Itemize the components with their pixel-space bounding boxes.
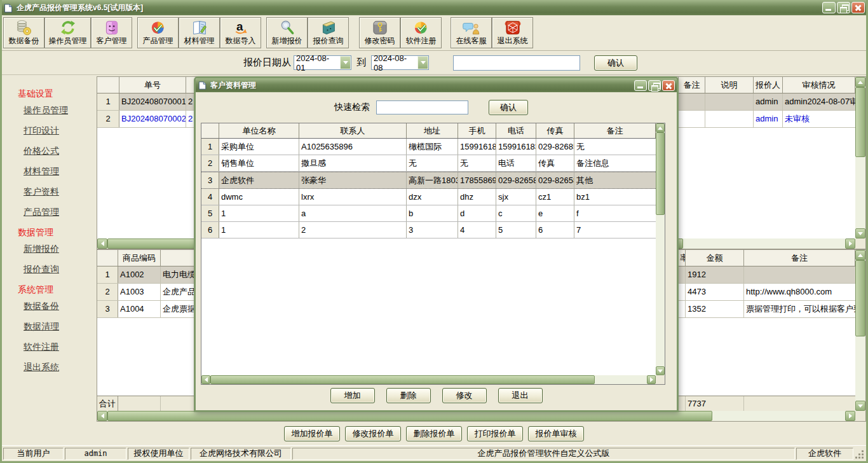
scroll-right-button[interactable] bbox=[845, 411, 855, 421]
filter-confirm-button[interactable]: 确认 bbox=[594, 55, 637, 71]
scroll-up-button[interactable] bbox=[656, 123, 665, 132]
scroll-up-button[interactable] bbox=[855, 77, 865, 87]
scroll-thumb[interactable] bbox=[210, 375, 595, 384]
operator-manage-button[interactable]: 操作员管理 bbox=[44, 17, 91, 48]
customer-row[interactable]: 6 1 2 3 4 5 6 7 bbox=[201, 222, 656, 238]
arrow-down-icon bbox=[658, 370, 663, 373]
customer-table: 单位名称 联系人 地址 手机 电话 传真 备注 1 采购单位 A10256358… bbox=[201, 123, 665, 385]
exit-system-button[interactable]: 退出系统 bbox=[492, 17, 533, 48]
sidebar-item-exit[interactable]: 退出系统 bbox=[24, 361, 97, 373]
sidebar-section-basic: 基础设置 bbox=[18, 88, 97, 99]
scroll-thumb[interactable] bbox=[855, 260, 865, 336]
date-to-combo[interactable]: 2024-08-08 bbox=[371, 55, 429, 70]
add-customer-button[interactable]: 增加 bbox=[330, 388, 375, 403]
edit-customer-button[interactable]: 修改 bbox=[442, 388, 487, 403]
status-user-label: 当前用户 bbox=[3, 448, 64, 460]
exit-dialog-button[interactable]: 退出 bbox=[498, 388, 543, 403]
scroll-right-button[interactable] bbox=[845, 238, 855, 249]
col-header-fax: 传真 bbox=[536, 123, 574, 138]
scroll-thumb[interactable] bbox=[656, 132, 665, 215]
app-icon bbox=[3, 3, 13, 13]
sidebar-item-price-formula[interactable]: 价格公式 bbox=[24, 145, 97, 156]
col-header-address: 地址 bbox=[407, 123, 458, 138]
quick-search-confirm-button[interactable]: 确认 bbox=[489, 100, 528, 115]
scroll-left-button[interactable] bbox=[97, 238, 107, 249]
scroll-right-button[interactable] bbox=[647, 375, 656, 384]
total-amount: 7737 bbox=[686, 396, 744, 411]
quick-search-label: 快速检索 bbox=[334, 102, 370, 113]
customer-horizontal-scrollbar[interactable] bbox=[201, 375, 656, 384]
product-manage-button[interactable]: 产品管理 bbox=[137, 17, 179, 48]
online-service-button[interactable]: 在线客服 bbox=[451, 17, 492, 48]
scroll-down-button[interactable] bbox=[656, 366, 665, 375]
resize-grip[interactable] bbox=[855, 448, 865, 460]
quote-query-button[interactable]: 报价查询 bbox=[308, 17, 349, 48]
customer-row[interactable]: 1 采购单位 A1025635896 橄榄国际 159916183 159916… bbox=[201, 139, 656, 155]
minimize-button[interactable] bbox=[822, 2, 836, 13]
delete-customer-button[interactable]: 删除 bbox=[386, 388, 431, 403]
material-book-icon bbox=[190, 20, 209, 36]
scroll-thumb[interactable] bbox=[107, 411, 712, 421]
items-horizontal-scrollbar[interactable] bbox=[97, 411, 855, 421]
close-button[interactable] bbox=[851, 2, 865, 13]
date-to-dropdown-button[interactable] bbox=[417, 56, 428, 69]
audit-quote-button[interactable]: 报价单审核 bbox=[528, 426, 584, 441]
scroll-left-button[interactable] bbox=[201, 375, 210, 384]
delete-quote-button[interactable]: 删除报价单 bbox=[406, 426, 462, 441]
scroll-up-button[interactable] bbox=[855, 250, 865, 260]
dialog-minimize-button[interactable] bbox=[634, 80, 647, 91]
date-from-value: 2024-08-01 bbox=[294, 53, 340, 73]
sidebar-item-print-design[interactable]: 打印设计 bbox=[24, 125, 97, 136]
sidebar-item-customer-data[interactable]: 客户资料 bbox=[24, 186, 97, 197]
customer-vertical-scrollbar[interactable] bbox=[656, 123, 665, 375]
col-header-remark: 备注 bbox=[744, 250, 855, 266]
quotes-vertical-scrollbar[interactable] bbox=[855, 77, 865, 238]
sidebar-item-operator-manage[interactable]: 操作员管理 bbox=[24, 104, 97, 116]
sidebar-item-new-quote[interactable]: 新增报价 bbox=[24, 243, 97, 254]
dialog-restore-button[interactable] bbox=[648, 80, 661, 91]
col-header-quote-id: 单号 bbox=[119, 77, 186, 93]
items-vertical-scrollbar[interactable] bbox=[855, 250, 865, 411]
new-quote-button[interactable]: 新增报价 bbox=[266, 17, 308, 48]
material-manage-button[interactable]: 材料管理 bbox=[179, 17, 220, 48]
customer-manage-button[interactable]: 客户管理 bbox=[91, 17, 132, 48]
customer-row[interactable]: 2 销售单位 撒旦感 无 无 电话 传真 备注信息 bbox=[201, 155, 656, 172]
customer-row-selected[interactable]: 3 企虎软件 张豪华 高新一路1803 178558695 029-82658 … bbox=[201, 172, 656, 189]
scroll-thumb[interactable] bbox=[855, 87, 865, 157]
sidebar-item-product-manage[interactable]: 产品管理 bbox=[24, 206, 97, 218]
magnifier-icon bbox=[278, 20, 297, 36]
sidebar-item-data-backup[interactable]: 数据备份 bbox=[24, 300, 97, 312]
customer-header-row: 单位名称 联系人 地址 手机 电话 传真 备注 bbox=[201, 123, 656, 139]
customer-row[interactable]: 5 1 a b d c e f bbox=[201, 205, 656, 222]
col-header-amount: 金额 bbox=[686, 250, 744, 266]
data-import-button[interactable]: a 数据导入 bbox=[220, 17, 261, 48]
dialog-titlebar: 客户资料管理 bbox=[196, 78, 677, 92]
date-from-dropdown-button[interactable] bbox=[340, 56, 351, 69]
scroll-down-button[interactable] bbox=[855, 401, 865, 411]
sidebar-item-quote-query[interactable]: 报价查询 bbox=[24, 263, 97, 275]
software-register-button[interactable]: 软件注册 bbox=[400, 17, 442, 48]
database-backup-icon bbox=[15, 20, 34, 36]
change-password-button[interactable]: 修改密码 bbox=[359, 17, 400, 48]
arrow-up-icon bbox=[858, 254, 863, 257]
register-check-icon bbox=[412, 20, 431, 36]
add-quote-button[interactable]: 增加报价单 bbox=[284, 426, 340, 441]
sidebar-item-material-manage[interactable]: 材料管理 bbox=[24, 165, 97, 177]
arrow-up-icon bbox=[858, 81, 863, 84]
customer-row[interactable]: 4 dwmc lxrx dzx dhz sjx cz1 bz1 bbox=[201, 189, 656, 205]
restore-button[interactable] bbox=[837, 2, 850, 13]
edit-quote-button[interactable]: 修改报价单 bbox=[345, 426, 401, 441]
arrow-right-icon bbox=[849, 241, 852, 246]
status-user-value: admin bbox=[65, 448, 126, 460]
data-backup-button[interactable]: 数据备份 bbox=[3, 17, 44, 48]
dialog-close-button[interactable] bbox=[662, 80, 675, 91]
scroll-down-button[interactable] bbox=[855, 228, 865, 238]
arrow-right-icon bbox=[650, 377, 653, 382]
filter-keyword-input[interactable] bbox=[453, 55, 580, 71]
scroll-left-button[interactable] bbox=[97, 411, 107, 421]
date-from-combo[interactable]: 2024-08-01 bbox=[294, 55, 351, 70]
quick-search-input[interactable] bbox=[376, 100, 468, 114]
print-quote-button[interactable]: 打印报价单 bbox=[467, 426, 523, 441]
sidebar-item-data-clean[interactable]: 数据清理 bbox=[24, 321, 97, 332]
sidebar-item-register[interactable]: 软件注册 bbox=[24, 341, 97, 352]
